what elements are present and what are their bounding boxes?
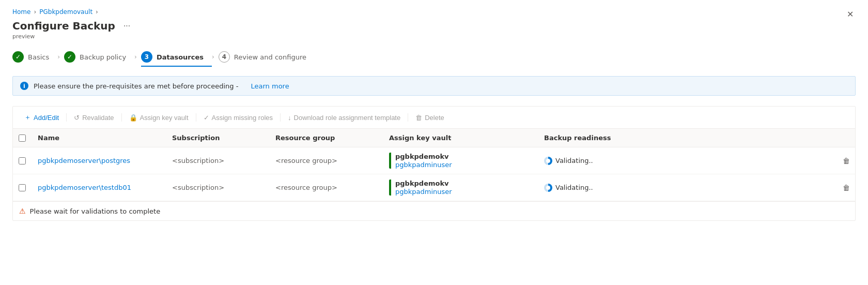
row1-resource-group: <resource group> <box>269 152 383 170</box>
step-review[interactable]: 4 Review and configure <box>219 48 315 66</box>
col-resource-group: Resource group <box>269 129 383 147</box>
table-toolbar: ＋ Add/Edit ↺ Revalidate 🔒 Assign key vau… <box>13 107 855 129</box>
step-backup-policy[interactable]: ✓ Backup policy <box>64 48 134 66</box>
col-actions <box>834 129 855 147</box>
row1-spinner <box>544 157 552 165</box>
col-subscription: Subscription <box>166 129 269 147</box>
check-icon: ✓ <box>204 114 209 122</box>
row2-status: Validating.. <box>555 184 593 191</box>
col-assign-key-vault: Assign key vault <box>383 129 538 147</box>
table-header: Name Subscription Resource group Assign … <box>13 129 855 147</box>
toolbar-sep-3 <box>196 113 196 122</box>
col-name: Name <box>32 129 166 147</box>
row2-subscription: <subscription> <box>166 178 269 197</box>
page-title: Configure Backup <box>12 20 115 32</box>
row2-keyvault: pgbkpdemokv pgbkpadminuser <box>383 174 538 201</box>
row2-spinner <box>544 184 552 192</box>
step-divider-2: › <box>134 53 137 61</box>
assign-key-vault-button[interactable]: 🔒 Assign key vault <box>124 112 194 124</box>
row1-checkbox-cell[interactable] <box>13 152 32 170</box>
row2-kv-name: pgbkpdemokv <box>395 179 452 187</box>
row1-kv-name: pgbkpdemokv <box>395 153 452 160</box>
table-row: pgbkpdemoserver\postgres <subscription> … <box>13 147 855 174</box>
steps-wizard: ✓ Basics › ✓ Backup policy › 3 Datasourc… <box>12 48 856 66</box>
col-backup-readiness: Backup readiness <box>538 129 834 147</box>
row1-kv-user[interactable]: pgbkpadminuser <box>395 161 452 169</box>
breadcrumb-vault[interactable]: PGbkpdemovault <box>39 8 92 16</box>
row1-backup-readiness: Validating.. <box>538 152 834 170</box>
delete-icon: 🗑 <box>415 114 422 122</box>
row2-checkbox-cell[interactable] <box>13 179 32 197</box>
datasources-table: ＋ Add/Edit ↺ Revalidate 🔒 Assign key vau… <box>12 106 856 221</box>
info-icon: i <box>20 82 28 90</box>
row1-delete-cell[interactable]: 🗑 <box>834 149 855 172</box>
step-datasources[interactable]: 3 Datasources <box>141 48 212 66</box>
revalidate-button[interactable]: ↺ Revalidate <box>69 112 119 124</box>
step-backup-policy-label: Backup policy <box>80 53 126 61</box>
step-review-circle: 4 <box>219 51 230 63</box>
row1-keyvault: pgbkpdemokv pgbkpadminuser <box>383 147 538 174</box>
toolbar-sep-1 <box>66 113 67 122</box>
toolbar-sep-4 <box>280 113 281 122</box>
toolbar-sep-2 <box>121 113 122 122</box>
preview-label: preview <box>12 33 856 40</box>
breadcrumb: Home › PGbkpdemovault › <box>12 8 856 16</box>
toolbar-sep-5 <box>408 113 408 122</box>
row2-delete-button[interactable]: 🗑 <box>841 182 852 194</box>
info-banner: i Please ensure the pre-requisites are m… <box>12 76 856 96</box>
step-review-label: Review and configure <box>234 53 306 61</box>
row2-name[interactable]: pgbkpdemoserver\testdb01 <box>32 178 166 197</box>
step-datasources-label: Datasources <box>157 53 204 61</box>
header-checkbox-cell[interactable] <box>13 129 32 147</box>
breadcrumb-home[interactable]: Home <box>12 8 30 16</box>
step-basics[interactable]: ✓ Basics <box>12 48 57 66</box>
close-button[interactable]: ✕ <box>845 8 856 21</box>
delete-button[interactable]: 🗑 Delete <box>410 112 450 124</box>
lock-icon: 🔒 <box>129 114 137 122</box>
step-divider-1: › <box>57 53 60 61</box>
info-text: Please ensure the pre-requisites are met… <box>34 82 238 90</box>
row2-delete-cell[interactable]: 🗑 <box>834 176 855 199</box>
more-options-button[interactable]: ··· <box>120 20 133 32</box>
row2-kv-user[interactable]: pgbkpadminuser <box>395 188 452 196</box>
table-row: pgbkpdemoserver\testdb01 <subscription> … <box>13 174 855 201</box>
row2-backup-readiness: Validating.. <box>538 178 834 197</box>
footer-warning-text: Please wait for validations to complete <box>30 207 161 215</box>
download-icon: ↓ <box>288 114 291 122</box>
footer-warning: ⚠ Please wait for validations to complet… <box>13 201 855 220</box>
download-template-button[interactable]: ↓ Download role assignment template <box>283 112 406 124</box>
add-icon: ＋ <box>24 113 31 122</box>
row1-delete-button[interactable]: 🗑 <box>841 155 852 167</box>
revalidate-icon: ↺ <box>74 114 80 122</box>
step-basics-circle: ✓ <box>12 51 24 63</box>
step-basics-label: Basics <box>28 53 49 61</box>
breadcrumb-chevron-1: › <box>34 8 36 16</box>
assign-missing-roles-button[interactable]: ✓ Assign missing roles <box>198 112 278 124</box>
row2-resource-group: <resource group> <box>269 178 383 197</box>
row1-kv-green-bar <box>389 153 391 169</box>
select-all-checkbox[interactable] <box>19 134 26 142</box>
add-edit-button[interactable]: ＋ Add/Edit <box>19 111 64 124</box>
row1-subscription: <subscription> <box>166 152 269 170</box>
step-datasources-circle: 3 <box>141 51 152 63</box>
row2-kv-green-bar <box>389 179 391 196</box>
warning-icon: ⚠ <box>19 207 26 215</box>
row1-checkbox[interactable] <box>19 157 26 164</box>
learn-more-link[interactable]: Learn more <box>251 82 289 90</box>
breadcrumb-chevron-2: › <box>96 8 98 16</box>
row2-spinner-inner <box>546 186 550 190</box>
step-backup-policy-circle: ✓ <box>64 51 75 63</box>
row2-checkbox[interactable] <box>19 184 26 191</box>
row1-spinner-inner <box>546 159 550 163</box>
row1-name[interactable]: pgbkpdemoserver\postgres <box>32 152 166 170</box>
step-divider-3: › <box>212 53 214 61</box>
row1-status: Validating.. <box>555 157 593 164</box>
